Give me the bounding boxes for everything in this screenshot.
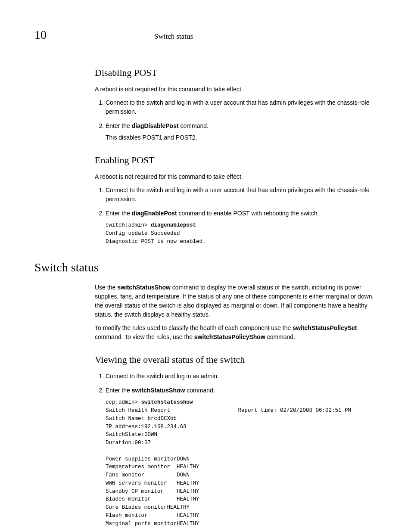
page-number: 10 xyxy=(34,26,47,44)
viewing-status-steps: Connect to the switch and log in as admi… xyxy=(95,372,377,528)
list-item: Connect to the switch and log in with a … xyxy=(106,186,377,204)
list-item: Enter the diagEnablePost command to enab… xyxy=(106,209,377,246)
page-header-title: Switch status xyxy=(154,31,193,42)
step-text: Connect to the switch and log in with a … xyxy=(106,187,369,202)
switch-status-heading: Switch status xyxy=(34,258,377,277)
list-item: Enter the diagDisablePost command. This … xyxy=(106,121,377,142)
command-name: switchStatusPolicyShow xyxy=(194,333,265,340)
para-text-post: command. xyxy=(265,333,295,340)
step-text-pre: Enter the xyxy=(106,210,132,217)
code-block: ecp:admin> switchstatusshow Switch Healt… xyxy=(106,398,377,528)
command-name: switchStatusShow xyxy=(117,284,171,291)
para-text-mid: command. To view the rules, use the xyxy=(95,333,194,340)
list-item: Connect to the switch and log in as admi… xyxy=(106,372,377,381)
disabling-post-steps: Connect to the switch and log in with a … xyxy=(95,98,377,142)
step-sub-text: This disables POST1 and POST2. xyxy=(106,133,377,142)
code-output: Config update Succeeded Diagnostic POST … xyxy=(106,230,206,245)
list-item: Connect to the switch and log in with a … xyxy=(106,98,377,116)
disabling-post-heading: Disabling POST xyxy=(95,65,377,80)
enabling-post-intro: A reboot is not required for this comman… xyxy=(95,172,377,181)
step-text: Connect to the switch and log in as admi… xyxy=(106,373,219,380)
step-text-pre: Enter the xyxy=(106,387,132,394)
para-text-pre: To modify the rules used to classify the… xyxy=(95,324,293,331)
list-item: Enter the switchStatusShow command: ecp:… xyxy=(106,386,377,528)
step-text-post: command: xyxy=(185,387,215,394)
step-text: Connect to the switch and log in with a … xyxy=(106,99,369,115)
command-name: diagDisablePost xyxy=(132,122,179,129)
code-block: switch:admin> diagenablepost Config upda… xyxy=(106,221,377,246)
para-text-pre: Use the xyxy=(95,284,117,291)
page-content: Disabling POST A reboot is not required … xyxy=(95,65,377,528)
command-name: switchStatusShow xyxy=(132,387,185,394)
step-text-post: command to enable POST with rebooting th… xyxy=(177,210,319,217)
enabling-post-steps: Connect to the switch and log in with a … xyxy=(95,186,377,246)
command-name: diagEnablePost xyxy=(132,210,177,217)
command-name: switchStatusPolicySet xyxy=(293,324,357,331)
code-prompt: switch:admin> xyxy=(106,222,151,228)
page-header: 10 Switch status xyxy=(34,26,377,44)
code-command: diagenablepost xyxy=(151,222,196,228)
switch-status-para2: To modify the rules used to classify the… xyxy=(95,324,377,342)
switch-status-para1: Use the switchStatusShow command to disp… xyxy=(95,283,377,319)
code-prompt: ecp:admin> xyxy=(106,399,141,405)
code-command: switchstatusshow xyxy=(141,399,193,405)
code-output: Switch Health Report Report time: 02/20/… xyxy=(106,408,351,527)
disabling-post-intro: A reboot is not required for this comman… xyxy=(95,85,377,94)
step-text-pre: Enter the xyxy=(106,122,132,129)
viewing-status-heading: Viewing the overall status of the switch xyxy=(95,352,377,367)
step-text-post: command. xyxy=(179,122,209,129)
enabling-post-heading: Enabling POST xyxy=(95,153,377,167)
